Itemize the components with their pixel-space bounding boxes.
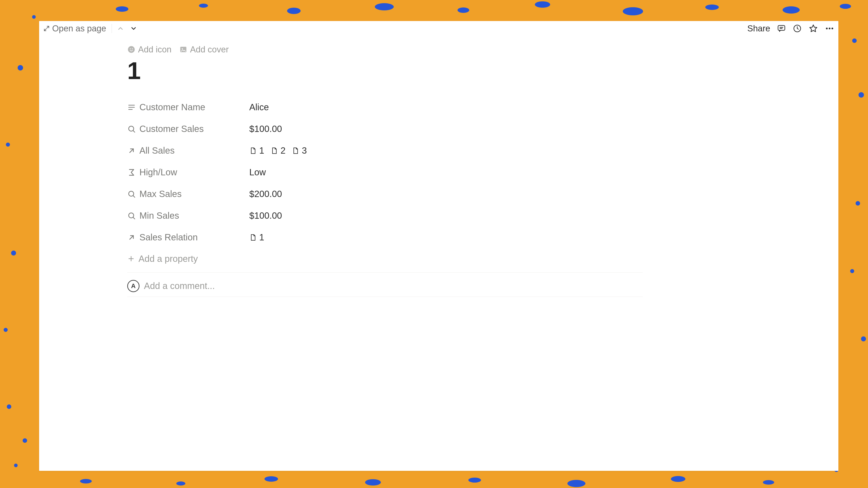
image-icon — [179, 45, 187, 54]
svg-point-15 — [782, 6, 800, 13]
svg-point-39 — [829, 28, 831, 30]
page-meta-actions: Add icon Add cover — [127, 45, 643, 55]
formula-icon — [127, 168, 136, 177]
property-row-min-sales: Min Sales $100.00 — [127, 205, 643, 227]
relation-icon — [127, 147, 136, 155]
svg-point-31 — [852, 38, 857, 43]
svg-point-4 — [18, 65, 23, 70]
svg-point-25 — [567, 480, 585, 487]
property-label[interactable]: All Sales — [127, 145, 249, 156]
property-value-all-sales[interactable]: 1 2 — [249, 145, 307, 156]
svg-point-41 — [128, 46, 135, 53]
svg-point-38 — [826, 28, 828, 30]
svg-point-6 — [6, 142, 10, 147]
svg-point-18 — [856, 201, 860, 205]
add-property-button[interactable]: Add a property — [127, 248, 643, 270]
svg-point-17 — [859, 92, 864, 98]
property-row-max-sales: Max Sales $200.00 — [127, 183, 643, 205]
svg-point-19 — [861, 336, 866, 341]
property-name: Max Sales — [140, 189, 182, 199]
page-chip-label: 1 — [259, 145, 264, 156]
add-cover-label: Add cover — [190, 45, 229, 55]
page-title[interactable]: 1 — [127, 59, 643, 83]
more-icon[interactable] — [825, 24, 834, 33]
rollup-icon — [127, 212, 136, 220]
comments-icon[interactable] — [777, 24, 786, 33]
page-icon — [249, 234, 257, 241]
property-value-sales-relation[interactable]: 1 — [249, 232, 264, 242]
avatar: A — [127, 280, 140, 292]
svg-point-40 — [832, 28, 833, 30]
svg-point-10 — [375, 3, 394, 10]
open-as-page-button[interactable]: Open as page — [43, 24, 106, 33]
property-row-customer-sales: Customer Sales $100.00 — [127, 118, 643, 140]
avatar-initial: A — [131, 283, 135, 290]
property-label[interactable]: Max Sales — [127, 189, 249, 199]
topbar-right: Share — [747, 24, 834, 33]
rollup-icon — [127, 125, 136, 133]
svg-point-21 — [176, 482, 185, 486]
content-inner: Add icon Add cover 1 — [127, 45, 643, 297]
add-icon-button[interactable]: Add icon — [127, 45, 172, 55]
properties-list: Customer Name Alice Customer Sales $100.… — [127, 96, 643, 248]
property-name: Customer Name — [140, 102, 205, 112]
prev-page-button[interactable] — [117, 25, 124, 32]
svg-line-54 — [133, 217, 135, 219]
property-value[interactable]: $100.00 — [249, 210, 282, 221]
property-row-sales-relation: Sales Relation 1 — [127, 227, 643, 248]
svg-point-9 — [287, 8, 301, 14]
page-chip[interactable]: 3 — [292, 145, 307, 156]
page-icon — [271, 147, 278, 155]
svg-point-2 — [4, 328, 8, 332]
favorite-icon[interactable] — [809, 24, 818, 33]
content: Add icon Add cover 1 — [39, 36, 839, 471]
comment-input[interactable] — [144, 281, 643, 291]
expand-icon — [43, 25, 50, 32]
svg-point-43 — [132, 48, 133, 49]
svg-point-14 — [705, 4, 719, 10]
comment-row: A — [127, 273, 643, 297]
share-button[interactable]: Share — [747, 24, 770, 33]
property-row-customer-name: Customer Name Alice — [127, 96, 643, 118]
next-page-button[interactable] — [130, 25, 137, 32]
property-label[interactable]: Sales Relation — [127, 232, 249, 242]
property-row-high-low: High/Low Low — [127, 162, 643, 183]
plus-icon — [127, 255, 135, 263]
svg-point-12 — [535, 1, 550, 8]
nav-arrows — [117, 25, 137, 32]
svg-point-27 — [763, 480, 774, 485]
page-chip[interactable]: 1 — [249, 232, 264, 242]
add-cover-button[interactable]: Add cover — [179, 45, 229, 55]
svg-point-30 — [14, 464, 18, 467]
property-name: High/Low — [140, 167, 177, 177]
property-value[interactable]: Low — [249, 167, 266, 177]
svg-point-16 — [840, 4, 851, 9]
updates-icon[interactable] — [793, 24, 802, 33]
property-label[interactable]: Customer Sales — [127, 124, 249, 134]
svg-point-8 — [199, 4, 208, 8]
property-label[interactable]: Min Sales — [127, 210, 249, 221]
svg-point-5 — [23, 438, 27, 443]
svg-rect-33 — [778, 26, 785, 31]
page-panel: Open as page Share — [39, 21, 839, 471]
svg-line-50 — [133, 130, 135, 132]
page-icon — [292, 147, 300, 155]
svg-point-22 — [265, 476, 278, 482]
property-value[interactable]: $100.00 — [249, 124, 282, 134]
rollup-icon — [127, 190, 136, 198]
property-label[interactable]: Customer Name — [127, 102, 249, 112]
emoji-icon — [127, 45, 135, 54]
svg-point-23 — [365, 479, 381, 486]
page-chip[interactable]: 2 — [271, 145, 285, 156]
text-icon — [127, 103, 136, 111]
separator — [112, 24, 112, 33]
property-label[interactable]: High/Low — [127, 167, 249, 177]
property-value[interactable]: $200.00 — [249, 189, 282, 199]
page-chip[interactable]: 1 — [249, 145, 264, 156]
svg-point-13 — [623, 7, 643, 15]
page-chip-label: 3 — [302, 145, 307, 156]
property-name: Min Sales — [140, 210, 179, 221]
svg-point-20 — [80, 479, 92, 484]
svg-point-45 — [182, 48, 183, 50]
property-value[interactable]: Alice — [249, 102, 269, 112]
